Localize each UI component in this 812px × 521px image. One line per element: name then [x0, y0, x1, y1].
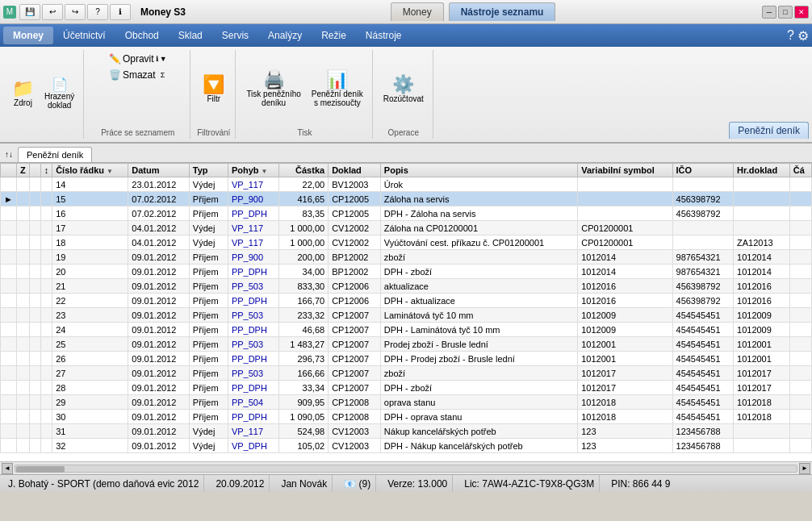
table-cell: 22,00 — [279, 177, 329, 192]
hrazeny-doklad-btn[interactable]: 📄 Hrazenýdoklad — [40, 76, 78, 112]
quick-help-btn[interactable]: ? — [87, 4, 108, 20]
col-sort[interactable]: ↕ — [40, 164, 52, 177]
table-cell — [29, 221, 40, 235]
quick-undo-btn[interactable]: ↩ — [42, 4, 63, 20]
nav-obchod[interactable]: Obchod — [115, 27, 169, 44]
table-row[interactable]: 1909.01.2012PříjemPP_900200,00BP12002zbo… — [1, 250, 812, 265]
rozuctovat-btn[interactable]: ⚙️ Rozúčtovat — [379, 73, 428, 106]
table-cell: 1012009 — [734, 308, 790, 323]
help-icon[interactable]: ? — [787, 28, 794, 44]
tab-money[interactable]: Money — [391, 2, 444, 21]
title-bar: M 💾 ↩ ↪ ? ℹ Money S3 Money Nástroje sezn… — [0, 0, 812, 24]
table-row[interactable]: 1423.01.2012VýdejVP_11722,00BV12003Úrok — [1, 177, 812, 192]
col-ico[interactable]: IČO — [672, 164, 734, 177]
close-btn[interactable]: ✕ — [794, 6, 809, 19]
scroll-right-btn[interactable]: ► — [799, 463, 810, 474]
quick-redo-btn[interactable]: ↪ — [65, 4, 86, 20]
table-row[interactable]: 2909.01.2012PříjemPP_504909,95CP12008opr… — [1, 395, 812, 410]
settings-icon[interactable]: ⚙ — [797, 28, 809, 44]
doc-tab-bar: ↑↓ Peněžní deník — [0, 144, 812, 163]
table-row[interactable]: 2809.01.2012PříjemPP_DPH33,34CP12007DPH … — [1, 381, 812, 395]
col-pohyb[interactable]: Pohyb ▼ — [228, 164, 278, 177]
nav-nastroje[interactable]: Nástroje — [356, 27, 412, 44]
table-row[interactable]: 2109.01.2012PříjemPP_503833,30CP12006akt… — [1, 279, 812, 294]
opravit-icon: ✏️ — [109, 53, 121, 65]
table-row[interactable]: 2409.01.2012PříjemPP_DPH46,68CP12007DPH … — [1, 323, 812, 337]
nav-ucetnictvi[interactable]: Účetnictví — [53, 27, 115, 44]
table-cell — [672, 177, 734, 192]
nav-money[interactable]: Money — [3, 27, 53, 44]
table-cell: 15 — [52, 192, 128, 206]
table-row[interactable]: 1704.01.2012VýdejVP_1171 000,00CV12002Zá… — [1, 221, 812, 235]
quick-info-btn[interactable]: ℹ — [110, 4, 131, 20]
table-row[interactable]: 3209.01.2012VýdejVP_DPH105,02CV12003DPH … — [1, 439, 812, 453]
table-cell: 1012009 — [578, 323, 672, 337]
table-cell — [40, 424, 52, 439]
table-cell — [29, 250, 40, 265]
table-cell: 17 — [52, 221, 128, 235]
scroll-thumb[interactable] — [16, 466, 65, 473]
ribbon-group-operace: ⚙️ Rozúčtovat Operace — [375, 50, 433, 139]
table-row[interactable]: 3009.01.2012PříjemPP_DPH1 090,05CP12008D… — [1, 410, 812, 424]
zdroj-btn[interactable]: 📁 Zdroj — [8, 77, 38, 110]
nav-analyzy[interactable]: Analýzy — [258, 27, 312, 44]
col-var-sym[interactable]: Variabilní symbol — [578, 164, 672, 177]
col-hr-doklad[interactable]: Hr.doklad — [734, 164, 790, 177]
col-castka[interactable]: Částka — [279, 164, 329, 177]
table-cell: 09.01.2012 — [128, 366, 190, 381]
table-row[interactable]: 2709.01.2012PříjemPP_503166,66CP12007zbo… — [1, 366, 812, 381]
col-z[interactable]: Z — [16, 164, 29, 177]
table-row[interactable]: 1607.02.2012PříjemPP_DPH83,35CP12005DPH … — [1, 206, 812, 221]
nav-servis[interactable]: Servis — [212, 27, 258, 44]
scroll-left-btn[interactable]: ◄ — [2, 463, 13, 474]
col-typ[interactable]: Typ — [189, 164, 228, 177]
table-row[interactable]: 3109.01.2012VýdejVP_117524,98CV12003Náku… — [1, 424, 812, 439]
doc-tab-penezni-denik[interactable]: Peněžní deník — [18, 147, 92, 162]
opravit-btn[interactable]: ✏️ Opravit ℹ ▼ — [106, 52, 170, 66]
smazat-btn[interactable]: 🗑️ Smazat Σ — [106, 68, 168, 82]
table-cell: Vyúčtování cest. příkazu č. CP01200001 — [380, 235, 577, 250]
table-cell — [40, 192, 52, 206]
col-doklad[interactable]: Doklad — [329, 164, 381, 177]
table-cell: Úrok — [380, 177, 577, 192]
table-row[interactable]: 2609.01.2012PříjemPP_DPH296,73CP12007DPH… — [1, 352, 812, 366]
table-cell: VP_117 — [228, 235, 278, 250]
pen-denik-btn[interactable]: 📊 Peněžní deníks mezisoučty — [308, 69, 367, 110]
table-cell: 31 — [52, 424, 128, 439]
tisk-deniku-btn[interactable]: 🖨️ Tisk peněžníhodeníku — [242, 69, 304, 110]
group-label-5: Operace — [388, 128, 419, 137]
filtr-btn[interactable]: 🔽 Filtr — [199, 73, 228, 106]
quick-save-btn[interactable]: 💾 — [19, 4, 40, 20]
col-cislo-radku[interactable]: Číslo řádku ▼ — [52, 164, 128, 177]
table-row[interactable]: ►1507.02.2012PříjemPP_900416,65CP12005Zá… — [1, 192, 812, 206]
nav-sklad[interactable]: Sklad — [169, 27, 212, 44]
table-cell: 1012014 — [578, 265, 672, 279]
table-cell: 09.01.2012 — [128, 424, 190, 439]
table-cell: 07.02.2012 — [128, 192, 190, 206]
table-row[interactable]: 2209.01.2012PříjemPP_DPH166,70CP12006DPH… — [1, 294, 812, 308]
maximize-btn[interactable]: □ — [778, 6, 793, 19]
table-container[interactable]: Z ↕ Číslo řádku ▼ Datum Typ Pohyb ▼ Část… — [0, 163, 812, 461]
table-row[interactable]: 1804.01.2012VýdejVP_1171 000,00CV12002Vy… — [1, 235, 812, 250]
table-cell: Výdej — [189, 235, 228, 250]
table-cell: CV12003 — [329, 424, 381, 439]
col-popis[interactable]: Popis — [380, 164, 577, 177]
sort-asc-btn[interactable]: ↑↓ — [3, 148, 15, 160]
horizontal-scrollbar[interactable]: ◄ ► — [0, 461, 812, 474]
col-ca[interactable]: Čá — [789, 164, 811, 177]
nav-rezie[interactable]: Režie — [312, 27, 356, 44]
table-row[interactable]: 2309.01.2012PříjemPP_503233,32CP12007Lam… — [1, 308, 812, 323]
table-row[interactable]: 2009.01.2012PříjemPP_DPH34,00BP12002DPH … — [1, 265, 812, 279]
table-cell: Příjem — [189, 308, 228, 323]
pen-denik-sub-tab[interactable]: Peněžní deník — [729, 122, 809, 139]
scroll-track[interactable] — [15, 465, 797, 473]
minimize-btn[interactable]: ─ — [762, 6, 776, 19]
status-notification[interactable]: 📧 (9) — [339, 475, 376, 492]
tisk-deniku-icon: 🖨️ — [263, 71, 285, 89]
table-cell — [789, 206, 811, 221]
tab-tools[interactable]: Nástroje seznamu — [449, 2, 556, 21]
table-cell: PP_DPH — [228, 410, 278, 424]
table-row[interactable]: 2509.01.2012PříjemPP_5031 483,27CP12007P… — [1, 337, 812, 352]
col-datum[interactable]: Datum — [128, 164, 190, 177]
table-cell: Výdej — [189, 177, 228, 192]
